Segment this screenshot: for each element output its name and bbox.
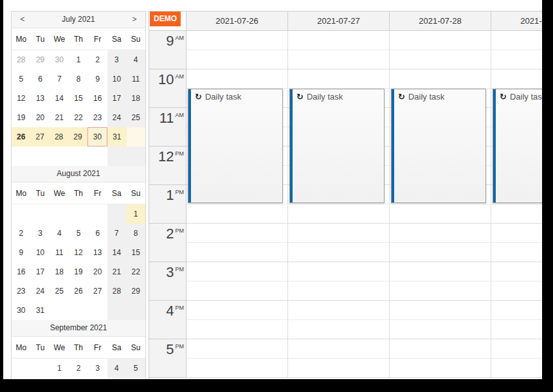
day-cell[interactable]: 20 (31, 108, 50, 127)
day-cell[interactable]: 30 (87, 127, 107, 147)
day-cell (69, 147, 88, 166)
grid-column[interactable] (288, 31, 390, 378)
day-cell[interactable]: 10 (31, 243, 50, 262)
day-cell[interactable]: 29 (126, 281, 145, 301)
day-cell[interactable]: 2 (12, 224, 31, 243)
day-cell (50, 301, 69, 320)
day-cell[interactable]: 29 (68, 127, 87, 147)
event[interactable]: ↻Daily task (391, 89, 486, 203)
demo-badge[interactable]: DEMO (150, 12, 181, 26)
day-cell[interactable]: 1 (126, 204, 145, 224)
day-cell (31, 147, 50, 166)
day-cell[interactable]: 25 (50, 281, 69, 301)
grid-column[interactable] (390, 31, 491, 378)
day-cell[interactable]: 7 (50, 69, 69, 89)
day-cell[interactable]: 27 (88, 281, 107, 301)
day-cell[interactable]: 28 (12, 50, 31, 69)
day-cell (31, 204, 50, 224)
day-cell (12, 147, 31, 166)
day-cell[interactable]: 31 (107, 127, 126, 147)
next-month-button[interactable]: > (126, 12, 143, 28)
day-cell[interactable]: 16 (88, 89, 107, 108)
day-cell[interactable]: 3 (107, 50, 127, 69)
time-row-label: 11AM (149, 108, 186, 147)
day-cell[interactable]: 22 (69, 108, 88, 127)
day-cell (126, 301, 145, 320)
day-cell[interactable]: 10 (107, 69, 127, 89)
prev-month-button[interactable]: < (14, 12, 31, 28)
day-cell[interactable]: 14 (107, 243, 127, 262)
event-title: Daily task (510, 92, 542, 102)
day-cell[interactable]: 26 (12, 127, 30, 147)
day-cell[interactable]: 5 (69, 224, 88, 243)
day-cell[interactable]: 17 (107, 89, 127, 108)
event[interactable]: ↻Daily task (188, 89, 283, 203)
day-cell[interactable]: 1 (69, 50, 88, 69)
day-cell[interactable]: 3 (88, 359, 107, 378)
day-cell[interactable]: 23 (88, 108, 107, 127)
day-cell[interactable]: 23 (12, 281, 31, 301)
day-cell[interactable]: 17 (31, 262, 50, 281)
day-cell[interactable]: 26 (69, 281, 88, 301)
page-background: <>July 2021MoTuWeThFrSaSu282930123456789… (0, 0, 542, 379)
day-cell[interactable]: 14 (50, 89, 69, 108)
day-cell[interactable]: 21 (107, 262, 127, 281)
day-cell[interactable]: 12 (69, 243, 88, 262)
day-cell[interactable]: 24 (107, 108, 127, 127)
event[interactable]: ↻Daily task (289, 89, 385, 203)
day-cell[interactable]: 15 (69, 89, 88, 108)
day-cell[interactable]: 16 (12, 262, 31, 281)
day-cell[interactable]: 20 (88, 262, 107, 281)
day-cell[interactable]: 28 (50, 127, 68, 147)
day-cell[interactable]: 18 (50, 262, 69, 281)
day-cell[interactable]: 5 (12, 69, 31, 89)
day-cell[interactable]: 2 (69, 359, 88, 378)
day-cell[interactable]: 15 (126, 243, 145, 262)
day-cell[interactable]: 8 (69, 69, 88, 89)
day-cell[interactable]: 12 (12, 89, 31, 108)
grid-column[interactable] (491, 31, 542, 378)
day-cell[interactable]: 3 (31, 224, 50, 243)
event-duration-bar (392, 89, 394, 202)
day-cell[interactable]: 7 (107, 224, 127, 243)
day-cell[interactable]: 19 (69, 262, 88, 281)
day-cell[interactable]: 5 (126, 359, 145, 378)
week-row: 1 (12, 204, 145, 224)
day-cell[interactable]: 25 (126, 108, 145, 127)
time-row-label: 2PM (149, 224, 186, 262)
day-cell[interactable]: 11 (50, 243, 69, 262)
day-cell[interactable]: 9 (12, 243, 31, 262)
recurring-icon: ↻ (500, 92, 507, 102)
weekday-label: Su (126, 28, 145, 49)
day-cell[interactable]: 6 (31, 69, 50, 89)
day-cell[interactable]: 13 (31, 89, 50, 108)
day-cell[interactable]: 9 (88, 69, 107, 89)
day-cell[interactable]: 6 (88, 224, 107, 243)
day-cell[interactable]: 30 (12, 301, 31, 320)
grid-column[interactable] (186, 31, 288, 378)
week-row: 2829301234 (12, 50, 145, 69)
day-cell[interactable]: 27 (30, 127, 49, 147)
day-cell[interactable]: 4 (107, 359, 127, 378)
day-cell[interactable]: 11 (126, 69, 145, 89)
day-cell[interactable]: 19 (12, 108, 31, 127)
day-cell[interactable]: 28 (107, 281, 127, 301)
day-cell[interactable]: 13 (88, 243, 107, 262)
day-cell[interactable]: 22 (126, 262, 145, 281)
day-cell[interactable]: 31 (31, 301, 50, 320)
day-cell[interactable]: 30 (50, 50, 69, 69)
day-cell[interactable]: 29 (31, 50, 50, 69)
day-cell[interactable]: 8 (126, 224, 145, 243)
day-cell[interactable]: 24 (31, 281, 50, 301)
weekday-label: Sa (107, 28, 127, 49)
day-cell[interactable]: 18 (126, 89, 145, 108)
day-cell[interactable]: 21 (50, 108, 69, 127)
week-row: 262728293031 (12, 127, 145, 147)
day-cell[interactable]: 4 (126, 50, 145, 69)
day-cell[interactable]: 4 (50, 224, 69, 243)
column-header: 2021-07-26 (186, 12, 288, 31)
day-cell[interactable]: 2 (88, 50, 107, 69)
time-row-label: 12PM (149, 147, 186, 185)
day-cell[interactable]: 1 (50, 359, 69, 378)
event[interactable]: ↻Daily task (493, 89, 542, 203)
